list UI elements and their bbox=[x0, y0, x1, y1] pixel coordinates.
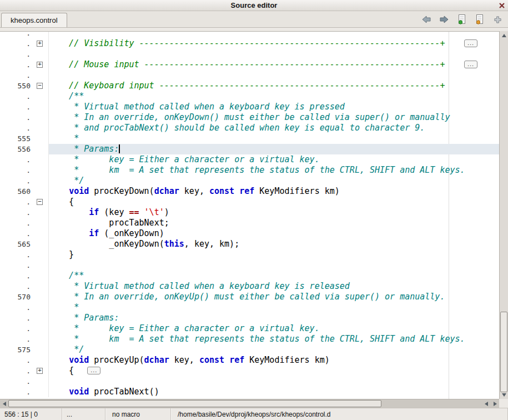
code-text[interactable]: * Virtual method called when a keyboard … bbox=[49, 281, 499, 292]
fold-expand-icon[interactable]: + bbox=[37, 62, 43, 68]
code-line[interactable]: .+ // Mouse input ----------------------… bbox=[0, 59, 499, 70]
code-text[interactable]: void procKeyUp(dchar key, const ref KeyM… bbox=[49, 355, 499, 366]
code-line[interactable]: . * Params: bbox=[0, 313, 499, 323]
code-text[interactable]: * bbox=[49, 133, 499, 144]
horizontal-scrollbar[interactable] bbox=[0, 399, 499, 408]
code-text[interactable] bbox=[49, 260, 499, 271]
code-text[interactable] bbox=[49, 31, 499, 38]
code-line[interactable]: 560 void procKeyDown(dchar key, const re… bbox=[0, 186, 499, 197]
code-text[interactable]: * Params: bbox=[49, 144, 499, 154]
code-line[interactable]: .+ // Visibility -----------------------… bbox=[0, 38, 499, 49]
code-text[interactable]: * Params: bbox=[49, 313, 499, 323]
fold-gutter bbox=[33, 102, 49, 112]
scroll-down-button[interactable] bbox=[500, 391, 508, 399]
document-orange-button[interactable] bbox=[474, 13, 486, 26]
code-line[interactable]: . * key = Either a character or a virtua… bbox=[0, 323, 499, 334]
code-line[interactable]: . * bbox=[0, 302, 499, 313]
code-line[interactable]: 556 * Params: bbox=[0, 144, 499, 154]
code-text[interactable]: */ bbox=[49, 176, 499, 186]
fold-expand-icon[interactable]: + bbox=[37, 41, 43, 47]
code-text[interactable]: _onKeyDown(this, key, km); bbox=[49, 239, 499, 249]
code-line[interactable]: . procTabNext; bbox=[0, 218, 499, 228]
code-line[interactable]: .+ {... bbox=[0, 366, 499, 376]
scroll-left-button-2[interactable] bbox=[482, 399, 490, 408]
close-button[interactable] bbox=[498, 2, 505, 9]
code-text[interactable]: * In an override, onKeyUp() must either … bbox=[49, 292, 499, 302]
code-line[interactable]: 570 * In an override, onKeyUp() must eit… bbox=[0, 292, 499, 302]
nav-back-button[interactable] bbox=[420, 13, 432, 26]
code-text[interactable]: * key = Either a character or a virtual … bbox=[49, 323, 499, 334]
code-line[interactable]: . * km = A set that represents the statu… bbox=[0, 334, 499, 344]
code-text[interactable]: } bbox=[49, 249, 499, 260]
vertical-scrollbar-thumb[interactable] bbox=[500, 312, 507, 392]
code-text[interactable]: {... bbox=[49, 366, 499, 376]
code-line[interactable]: . if (key == '\t') bbox=[0, 207, 499, 218]
horizontal-scrollbar-thumb[interactable] bbox=[8, 400, 381, 407]
code-text[interactable]: void procKeyDown(dchar key, const ref Ke… bbox=[49, 186, 499, 197]
code-token bbox=[139, 207, 144, 217]
document-green-button[interactable] bbox=[456, 13, 468, 26]
code-line[interactable]: . * Virtual method called when a keyboar… bbox=[0, 281, 499, 292]
document-orange-icon bbox=[475, 14, 484, 25]
scroll-right-button[interactable] bbox=[491, 399, 499, 408]
code-line[interactable]: . * km = A set that represents the statu… bbox=[0, 165, 499, 176]
code-text[interactable]: procTabNext; bbox=[49, 218, 499, 228]
nav-forward-button[interactable] bbox=[438, 13, 450, 26]
scroll-up-button[interactable] bbox=[500, 31, 508, 39]
folded-code-ellipsis[interactable]: ... bbox=[464, 39, 477, 47]
code-text[interactable]: if (_onKeyDown) bbox=[49, 228, 499, 239]
code-line[interactable]: 550− // Keyboard input -----------------… bbox=[0, 81, 499, 91]
code-line[interactable]: 555 * bbox=[0, 133, 499, 144]
code-text[interactable] bbox=[49, 49, 499, 59]
code-text[interactable]: if (key == '\t') bbox=[49, 207, 499, 218]
code-line[interactable]: . * key = Either a character or a virtua… bbox=[0, 154, 499, 165]
code-line[interactable]: . /** bbox=[0, 271, 499, 281]
code-line[interactable]: . if (_onKeyDown) bbox=[0, 228, 499, 239]
code-text[interactable]: * km = A set that represents the status … bbox=[49, 165, 499, 176]
scroll-left-button[interactable] bbox=[0, 399, 8, 408]
code-text[interactable]: * Virtual method called when a keyboard … bbox=[49, 102, 499, 112]
code-line[interactable]: 575 */ bbox=[0, 344, 499, 355]
code-text[interactable]: /** bbox=[49, 271, 499, 281]
line-dot: . bbox=[0, 49, 33, 59]
folded-code-ellipsis[interactable]: ... bbox=[464, 61, 477, 68]
code-text[interactable]: * and procTabNext() should be called whe… bbox=[49, 123, 499, 133]
code-line[interactable]: .− { bbox=[0, 197, 499, 207]
code-line[interactable]: . bbox=[0, 49, 499, 59]
code-line[interactable]: . void procKeyUp(dchar key, const ref Ke… bbox=[0, 355, 499, 366]
code-line[interactable]: . * In an override, onKeyDown() must eit… bbox=[0, 112, 499, 123]
window-titlebar[interactable]: Source editor bbox=[0, 0, 508, 11]
code-text[interactable]: * km = A set that represents the status … bbox=[49, 334, 499, 344]
code-line[interactable]: . bbox=[0, 31, 499, 38]
code-line[interactable]: . * Virtual method called when a keyboar… bbox=[0, 102, 499, 112]
code-text[interactable]: { bbox=[49, 197, 499, 207]
code-text[interactable] bbox=[49, 376, 499, 387]
code-line[interactable]: . bbox=[0, 260, 499, 271]
folded-code-ellipsis[interactable]: ... bbox=[87, 367, 100, 374]
code-line[interactable]: . void procTabNext() bbox=[0, 387, 499, 397]
add-view-button[interactable] bbox=[491, 13, 504, 26]
code-text[interactable]: * In an override, onKeyDown() must eithe… bbox=[49, 112, 499, 123]
fold-collapse-icon[interactable]: − bbox=[37, 199, 43, 205]
code-line[interactable]: . bbox=[0, 376, 499, 387]
code-text[interactable]: * bbox=[49, 302, 499, 313]
code-line[interactable]: 565 _onKeyDown(this, key, km); bbox=[0, 239, 499, 249]
code-line[interactable]: . /** bbox=[0, 91, 499, 102]
code-text[interactable]: void procTabNext() bbox=[49, 387, 499, 397]
code-line[interactable]: . */ bbox=[0, 176, 499, 186]
code-line[interactable]: . * and procTabNext() should be called w… bbox=[0, 123, 499, 133]
code-text[interactable]: // Mouse input -------------------------… bbox=[49, 59, 499, 70]
code-text[interactable] bbox=[49, 70, 499, 81]
fold-collapse-icon[interactable]: − bbox=[37, 83, 43, 89]
code-line[interactable]: . } bbox=[0, 249, 499, 260]
code-text[interactable]: // Keyboard input ----------------------… bbox=[49, 81, 499, 91]
fold-expand-icon[interactable]: + bbox=[37, 368, 43, 374]
code-text[interactable]: */ bbox=[49, 344, 499, 355]
code-text[interactable]: // Visibility --------------------------… bbox=[49, 38, 499, 49]
code-text[interactable]: /** bbox=[49, 91, 499, 102]
tab-kheops-control[interactable]: kheops.control bbox=[1, 13, 67, 27]
code-line[interactable]: . bbox=[0, 70, 499, 81]
vertical-scrollbar[interactable] bbox=[499, 31, 508, 399]
code-text[interactable]: * key = Either a character or a virtual … bbox=[49, 154, 499, 165]
code-editor[interactable]: ..+ // Visibility ----------------------… bbox=[0, 31, 499, 399]
